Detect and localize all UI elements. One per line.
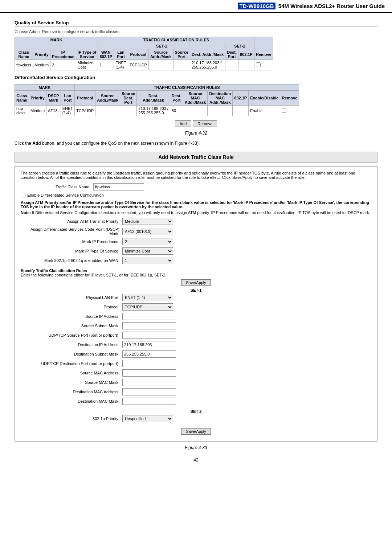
source-mac-row: Source MAC Address: [21, 369, 371, 377]
source-subnet-input[interactable] [122, 322, 176, 329]
mark-spacer [15, 43, 98, 49]
ip-precedence-select[interactable]: 0 1 2 3 [122, 238, 173, 245]
ip-precedence-row: Mark IP Precedence: 0 1 2 3 [21, 238, 371, 245]
dest-mac-input[interactable] [122, 388, 176, 395]
cell-class-name: ftp-class [15, 60, 33, 70]
protocol-label: Protocol: [21, 305, 122, 309]
main-content: Quality of Service Setup Choose Add or R… [0, 13, 392, 470]
remove-button[interactable]: Remove [193, 120, 217, 127]
traffic-class-name-input[interactable] [93, 183, 144, 190]
source-subnet-row: Source Subnet Mask: [21, 322, 371, 329]
cell-ip-prec: 2 [50, 60, 76, 70]
col2-priority: Priority [29, 91, 46, 106]
source-ip-input[interactable] [122, 313, 176, 320]
cell-ip-type-svc: MinimizeCost [76, 60, 98, 70]
col-8021p: 802.1P [238, 49, 254, 60]
diff-service-title: Differentiated Service Configuration [15, 75, 377, 81]
qos-description: Choose Add or Remove to configure networ… [15, 29, 377, 34]
dest-ip-input[interactable] [122, 341, 176, 348]
ip-tos-row: Mark IP Type Of Service: Normal Service … [21, 247, 371, 255]
col2-source-dest-port: SourceDest.Port [120, 91, 136, 106]
click-desc-text1: Click the [15, 141, 32, 146]
figure-32-label: Figure 4-32 [15, 131, 377, 136]
cell2-dest-addr: 210.17.188.203 /255.255.255.0 [137, 106, 170, 116]
cell-protocol: TCP/UDP [128, 60, 148, 70]
8021p-mark-label: Mark 802.1p If 802.1q is enabled on WAN: [21, 258, 122, 263]
col2-dscp: DSCPMark [46, 91, 61, 106]
udp-tcp-dest-input[interactable] [122, 360, 176, 367]
page-number: 42 [15, 457, 377, 463]
ip-tos-select[interactable]: Normal Service Minimize Cost Maximize Re… [122, 247, 173, 255]
remove-header-1 [254, 37, 273, 49]
cell2-class-name: http-class [15, 106, 29, 116]
dest-mac-mask-label: Destination MAC Mask: [21, 399, 122, 403]
protocol-select[interactable]: TCP/UDP TCP UDP ICMP [122, 303, 173, 311]
intro-text: The screen creates a traffic class rule … [21, 171, 371, 180]
click-desc-bold: Add [32, 141, 41, 146]
add-remove-row: Add Remove [15, 120, 377, 127]
cell2-8021p [233, 106, 249, 116]
atm-priority-select[interactable]: Low Medium High [122, 218, 173, 225]
cell-priority: Medium [33, 60, 50, 70]
cell2-remove[interactable] [280, 106, 299, 116]
col2-dest-port: Dest.Port [170, 91, 183, 106]
cell2-lan-port: ENET(1-4) [61, 106, 74, 116]
save-apply-top-button[interactable]: Save/Apply [181, 279, 211, 286]
click-description: Click the Add button, and you can config… [15, 141, 377, 146]
traffic-class-name-label: Traffic Class Name: [21, 185, 93, 189]
col-class-name: ClassName [15, 49, 33, 60]
qos-table-1: MARK TRAFFIC CLASSIFICATION RULES SET-1 … [15, 37, 273, 70]
col2-remove: Remove [280, 91, 299, 106]
specify-section: Specify Traffic Classification Rules Ent… [21, 268, 371, 435]
dest-subnet-input[interactable] [122, 350, 176, 358]
source-mac-input[interactable] [122, 369, 176, 377]
cell-8021p [238, 60, 254, 70]
priority-8021p-select[interactable]: Unspecified 0 1 2 3 4 5 6 7 [122, 415, 173, 422]
dscp-select[interactable]: AF12 (001010) AF12 (001010) [122, 228, 173, 235]
enable-diff-label: Enable Differentiated Service Configurat… [27, 193, 104, 197]
enable-diff-checkbox[interactable] [21, 193, 25, 197]
col-ip-type-svc: IP Type ofService [76, 49, 98, 60]
figure-33-label: Figure 4-33 [15, 445, 377, 450]
8021p-mark-select[interactable]: 0 1 2 3 [122, 257, 173, 264]
col-lan-port: LanPort [114, 49, 128, 60]
cell2-dest-mac [208, 106, 233, 116]
mark-header-1: MARK [15, 37, 98, 43]
ip-tos-label: Mark IP Type Of Service: [21, 249, 122, 253]
product-model: TD-W8910GB [238, 3, 275, 9]
source-subnet-label: Source Subnet Mask: [21, 324, 122, 328]
col-wan-8021p: WAN802.1P [98, 49, 114, 60]
priority-8021p-label: 802.1p Priority: [21, 416, 122, 421]
lan-port-select[interactable]: ENET (1-4) ENET 1 ENET 2 ENET 3 ENET 4 [122, 294, 173, 301]
udp-tcp-source-input[interactable] [122, 332, 176, 339]
dest-ip-label: Destination IP Address: [21, 342, 122, 347]
dest-ip-row: Destination IP Address: [21, 341, 371, 348]
atm-priority-label: Assign ATM Transmit Priority: [21, 219, 122, 223]
save-apply-row-bottom: Save/Apply [21, 428, 371, 435]
col2-8021p: 802.1P [233, 91, 249, 106]
dest-mac-mask-input[interactable] [122, 398, 176, 405]
dscp-label: Assign Differentiated Services Code Poin… [21, 227, 122, 236]
traffic-class-name-row: Traffic Class Name: [21, 183, 371, 190]
set1-header: SET-1 [98, 43, 225, 49]
source-mac-mask-input[interactable] [122, 379, 176, 386]
cell-wan-8021p: 1 [98, 60, 114, 70]
protocol-row: Protocol: TCP/UDP TCP UDP ICMP [21, 303, 371, 311]
lan-port-row: Physical LAN Port: ENET (1-4) ENET 1 ENE… [21, 294, 371, 301]
dest-mac-mask-row: Destination MAC Mask: [21, 398, 371, 405]
qos-section-title: Quality of Service Setup [15, 20, 377, 26]
priority-8021p-row: 802.1p Priority: Unspecified 0 1 2 3 4 5… [21, 415, 371, 422]
qos-table-2: MARK TRAFFIC CLASSIFICATION RULES ClassN… [15, 84, 299, 116]
assign-note-text: If Differentiated Service Configuration … [31, 210, 370, 215]
col-priority: Priority [33, 49, 50, 60]
table-row: ftp-class Medium 2 MinimizeCost 1 ENET(1… [15, 60, 273, 70]
save-apply-bottom-button[interactable]: Save/Apply [181, 428, 211, 435]
specify-subtitle: Enter the following conditions either fo… [21, 273, 371, 277]
col2-source-mac: SourceMACAddr./Mask [183, 91, 208, 106]
atm-priority-row: Assign ATM Transmit Priority: Low Medium… [21, 218, 371, 225]
cell-remove[interactable] [254, 60, 273, 70]
dscp-row: Assign Differentiated Services Code Poin… [21, 227, 371, 236]
add-button[interactable]: Add [175, 120, 192, 127]
traffic-header-2: TRAFFIC CLASSIFICATION RULES [75, 85, 299, 91]
enable-diff-checkbox-row: Enable Differentiated Service Configurat… [21, 193, 371, 197]
